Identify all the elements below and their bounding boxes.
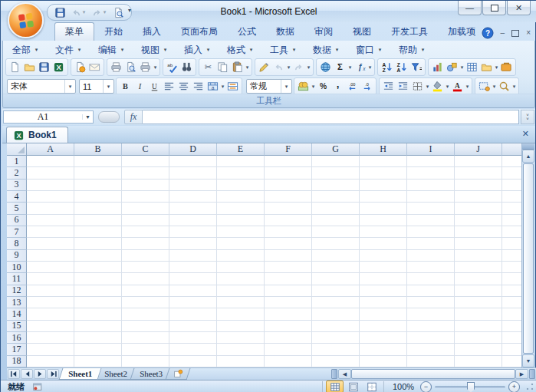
cell-D14[interactable] [169, 308, 217, 320]
cell-G12[interactable] [312, 285, 360, 297]
cell-C13[interactable] [122, 297, 169, 308]
cell-I11[interactable] [407, 273, 455, 285]
normal-view-icon[interactable] [326, 380, 344, 392]
ribbon-tab-页面布局[interactable]: 页面布局 [171, 23, 228, 41]
formula-input[interactable] [143, 110, 519, 124]
cell-F18[interactable] [265, 356, 312, 367]
cell-H2[interactable] [360, 167, 407, 179]
cell-C15[interactable] [122, 321, 169, 332]
cell-E11[interactable] [217, 273, 265, 285]
cell-D12[interactable] [169, 285, 217, 297]
font-color-button[interactable]: A [450, 79, 465, 94]
cell-A4[interactable] [27, 191, 74, 203]
cell-B9[interactable] [74, 250, 122, 262]
column-header-H[interactable]: H [360, 143, 407, 156]
cell-I13[interactable] [407, 297, 455, 308]
cell-D7[interactable] [169, 226, 217, 238]
cell-E5[interactable] [217, 203, 265, 214]
cell-B4[interactable] [74, 191, 122, 203]
menu-item-插入[interactable]: 插入▾ [184, 44, 211, 57]
cell-J4[interactable] [455, 191, 502, 203]
cell-H10[interactable] [360, 262, 407, 273]
cell-A10[interactable] [27, 262, 74, 273]
align-left-button[interactable] [162, 79, 176, 94]
cell-J9[interactable] [455, 250, 502, 262]
align-center-button[interactable] [176, 79, 191, 94]
column-header-J[interactable]: J [455, 143, 502, 156]
print-preview-button[interactable] [123, 60, 138, 74]
cell-D10[interactable] [169, 262, 217, 273]
cell-partial[interactable] [502, 226, 524, 238]
zoom-slider-thumb[interactable] [467, 382, 475, 392]
cell-C6[interactable] [122, 215, 169, 226]
vertical-scrollbar[interactable]: ▲ ▼ [521, 143, 534, 367]
cell-I2[interactable] [407, 167, 455, 179]
cell-H15[interactable] [360, 321, 407, 332]
column-header-F[interactable]: F [265, 143, 312, 156]
cell-J11[interactable] [455, 273, 502, 285]
page-break-view-icon[interactable] [363, 380, 380, 392]
percent-style-button[interactable]: % [316, 79, 330, 94]
cell-I17[interactable] [407, 344, 455, 355]
table-button[interactable] [465, 60, 479, 74]
cell-J16[interactable] [455, 332, 502, 344]
column-header-C[interactable]: C [122, 143, 169, 156]
cell-I16[interactable] [407, 332, 455, 344]
cell-A5[interactable] [27, 203, 74, 214]
insert-function-fx-button[interactable]: fx [124, 110, 143, 124]
ribbon-tab-开发工具[interactable]: 开发工具 [381, 23, 438, 41]
cell-C7[interactable] [122, 226, 169, 238]
zoom-out-icon[interactable]: − [420, 381, 432, 392]
cell-B5[interactable] [74, 203, 122, 214]
cell-I6[interactable] [407, 215, 455, 226]
restore-button[interactable] [482, 1, 506, 15]
cell-I14[interactable] [407, 308, 455, 320]
cell-C10[interactable] [122, 262, 169, 273]
cell-J10[interactable] [455, 262, 502, 273]
cut-button[interactable]: ✂ [201, 60, 215, 74]
cell-H5[interactable] [360, 203, 407, 214]
cell-partial[interactable] [502, 156, 524, 167]
cell-C14[interactable] [122, 308, 169, 320]
horizontal-split-handle[interactable] [529, 369, 535, 379]
research-button[interactable] [179, 60, 194, 74]
cell-E16[interactable] [217, 332, 265, 344]
merge-center-button[interactable]: a [206, 79, 220, 94]
previous-sheet-icon[interactable] [21, 369, 33, 379]
cell-F10[interactable] [265, 262, 312, 273]
cell-C18[interactable] [122, 356, 169, 367]
cell-G18[interactable] [312, 356, 360, 367]
cell-J6[interactable] [455, 215, 502, 226]
sort-descending-button[interactable]: ZA [394, 60, 409, 74]
row-header-2[interactable]: 2 [7, 167, 27, 179]
fill-color-button[interactable] [430, 79, 445, 94]
cell-H7[interactable] [360, 226, 407, 238]
name-box-dropdown-icon[interactable]: ▼ [82, 114, 93, 120]
tab-split-handle[interactable] [331, 369, 337, 379]
cell-partial[interactable] [502, 297, 524, 308]
number-format-select[interactable]: 常规▾ [246, 79, 292, 94]
scroll-left-icon[interactable]: ◀ [338, 369, 351, 379]
workbook-restore-button[interactable] [511, 30, 519, 37]
cell-B17[interactable] [74, 344, 122, 355]
spelling-button[interactable]: ab [165, 60, 179, 74]
cell-I3[interactable] [407, 180, 455, 191]
cell-G1[interactable] [312, 156, 360, 167]
cell-B14[interactable] [74, 308, 122, 320]
column-header-A[interactable]: A [27, 143, 74, 156]
cell-C16[interactable] [122, 332, 169, 344]
workbook-minimize-button[interactable]: – [501, 29, 505, 37]
cell-partial[interactable] [502, 250, 524, 262]
cell-I7[interactable] [407, 226, 455, 238]
name-box[interactable]: A1 ▼ [3, 110, 94, 124]
cell-J13[interactable] [455, 297, 502, 308]
paste-button[interactable] [230, 60, 245, 74]
cell-D3[interactable] [169, 180, 217, 191]
menu-item-窗口[interactable]: 窗口▾ [356, 44, 383, 57]
cell-H13[interactable] [360, 297, 407, 308]
fill-color-button-dropdown-icon[interactable]: ▾ [445, 84, 450, 90]
cell-partial[interactable] [502, 344, 524, 355]
cell-B18[interactable] [74, 356, 122, 367]
insert-function-button-dropdown-icon[interactable]: ▾ [367, 64, 373, 71]
cell-E3[interactable] [217, 180, 265, 191]
